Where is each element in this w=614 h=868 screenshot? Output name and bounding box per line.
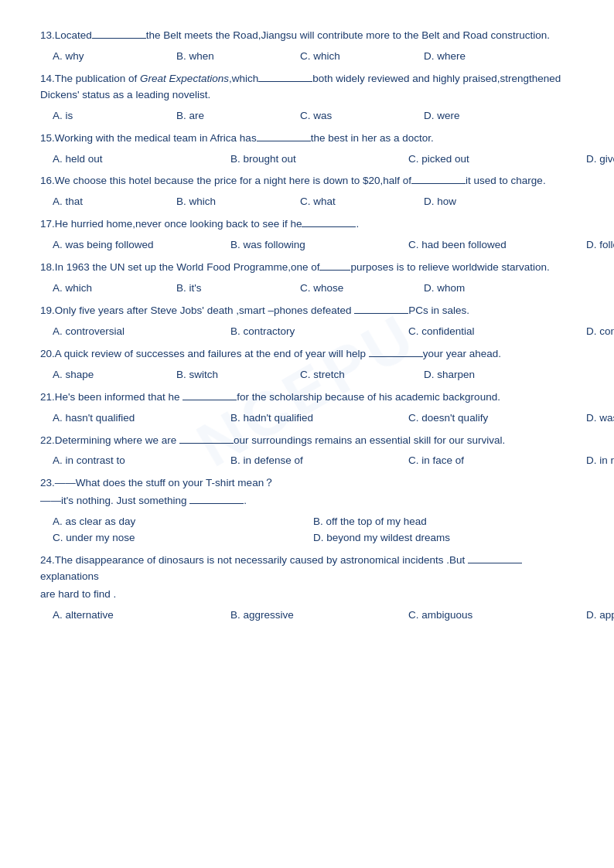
question-18-text: 18.In 1963 the UN set up the World Food … [40,260,574,276]
options-17: A. was being followed B. was following C… [53,237,574,254]
option-24-c: C. ambiguous [408,608,586,624]
options-13: A. why B. when C. which D. where [53,49,574,65]
option-21-c: C. doesn't qualify [408,410,586,427]
options-14: A. is B. are C. was D. were [53,108,574,124]
options-23: A. as clear as day B. off the top of my … [53,514,574,546]
blank-24 [468,563,522,563]
option-21-b: B. hadn't qualified [230,410,408,427]
question-16-text: 16.We choose this hotel because the pric… [40,173,574,189]
question-17-text: 17.He hurried home,never once looking ba… [40,216,574,233]
option-24-d: D. apparent [586,608,614,624]
question-13-text: 13.Locatedthe Belt meets the Road,Jiangs… [40,28,574,44]
options-22: A. in contrast to B. in defense of C. in… [53,453,574,469]
option-20-c: C. stretch [300,367,424,383]
option-24-b: B. aggressive [230,608,408,624]
question-14: 14.The publication of Great Expectations… [40,71,574,124]
question-17: 17.He hurried home,never once looking ba… [40,216,574,254]
blank-19 [354,313,408,314]
question-13: 13.Locatedthe Belt meets the Road,Jiangs… [40,28,574,65]
option-15-b: B. brought out [230,151,408,168]
question-19: 19.Only five years after Steve Jobs' dea… [40,303,574,340]
question-20-text: 20.A quick review of successes and failu… [40,346,574,363]
option-14-b: B. are [176,108,300,124]
question-15-text: 15.Working with the medical team in Afri… [40,131,574,147]
question-14-text: 14.The publication of Great Expectations… [40,71,574,104]
question-23-text: 23.——What does the stuff on your T-shirt… [40,475,574,492]
option-15-a: A. held out [53,151,230,168]
option-17-b: B. was following [230,237,408,254]
blank-18 [319,270,350,271]
question-21-text: 21.He's been informed that he for the sc… [40,390,574,406]
question-23-reply: ——it's nothing. Just something . [40,493,574,509]
option-21-a: A. hasn't qualified [53,410,230,427]
option-19-d: D. conventional [586,324,614,340]
option-15-d: D. given out [586,151,614,168]
option-22-d: D. in relation to [586,453,614,469]
option-20-a: A. shape [53,367,176,383]
question-22: 22.Determining where we are our surround… [40,433,574,470]
option-14-a: A. is [53,108,176,124]
option-23-c: C. under my nose [53,530,313,546]
options-18: A. which B. it's C. whose D. whom [53,281,574,297]
option-18-d: D. whom [424,281,547,297]
option-19-b: B. contractory [230,324,408,340]
option-15-c: C. picked out [408,151,586,168]
blank-23 [189,503,244,504]
blank-14 [258,81,312,82]
question-15: 15.Working with the medical team in Afri… [40,131,574,168]
option-23-b: B. off the top of my head [313,514,574,530]
option-24-a: A. alternative [53,608,230,624]
option-22-a: A. in contrast to [53,453,230,469]
option-22-c: C. in face of [408,453,586,469]
option-18-c: C. whose [300,281,424,297]
blank-16 [411,183,466,184]
option-18-b: B. it's [176,281,300,297]
blank-22 [179,443,234,444]
options-21: A. hasn't qualified B. hadn't qualified … [53,410,574,427]
option-13-b: B. when [176,49,300,65]
question-23: 23.——What does the stuff on your T-shirt… [40,475,574,546]
blank-21 [182,400,237,400]
question-24: 24.The disappearance of dinosaurs is not… [40,553,574,624]
option-23-d: D. beyond my wildest dreams [313,530,574,546]
question-24-text: 24.The disappearance of dinosaurs is not… [40,553,574,585]
option-19-c: C. confidential [408,324,586,340]
blank-17 [302,226,356,227]
option-16-a: A. that [53,194,176,210]
option-18-a: A. which [53,281,176,297]
option-13-d: D. where [424,49,547,65]
option-17-c: C. had been followed [408,237,586,254]
option-21-d: D. wasn't qualifying [586,410,614,427]
option-16-b: B. which [176,194,300,210]
option-13-c: C. which [300,49,424,65]
option-22-b: B. in defense of [230,453,408,469]
blank-15 [257,141,311,141]
option-16-d: D. how [424,194,547,210]
options-16: A. that B. which C. what D. how [53,194,574,210]
blank-13 [92,38,146,39]
question-22-text: 22.Determining where we are our surround… [40,433,574,449]
options-15: A. held out B. brought out C. picked out… [53,151,574,168]
option-20-d: D. sharpen [424,367,547,383]
option-17-d: D. followed [586,237,614,254]
blank-20 [369,356,423,357]
option-19-a: A. controversial [53,324,230,340]
option-17-a: A. was being followed [53,237,230,254]
option-16-c: C. what [300,194,424,210]
options-19: A. controversial B. contractory C. confi… [53,324,574,340]
option-23-a: A. as clear as day [53,514,313,530]
option-20-b: B. switch [176,367,300,383]
question-21: 21.He's been informed that he for the sc… [40,390,574,427]
question-18: 18.In 1963 the UN set up the World Food … [40,260,574,297]
option-14-d: D. were [424,108,547,124]
options-20: A. shape B. switch C. stretch D. sharpen [53,367,574,383]
question-20: 20.A quick review of successes and failu… [40,346,574,383]
option-13-a: A. why [53,49,176,65]
option-14-c: C. was [300,108,424,124]
question-24-text2: are hard to find . [40,587,574,603]
question-16: 16.We choose this hotel because the pric… [40,173,574,210]
options-24: A. alternative B. aggressive C. ambiguou… [53,608,574,624]
question-19-text: 19.Only five years after Steve Jobs' dea… [40,303,574,319]
